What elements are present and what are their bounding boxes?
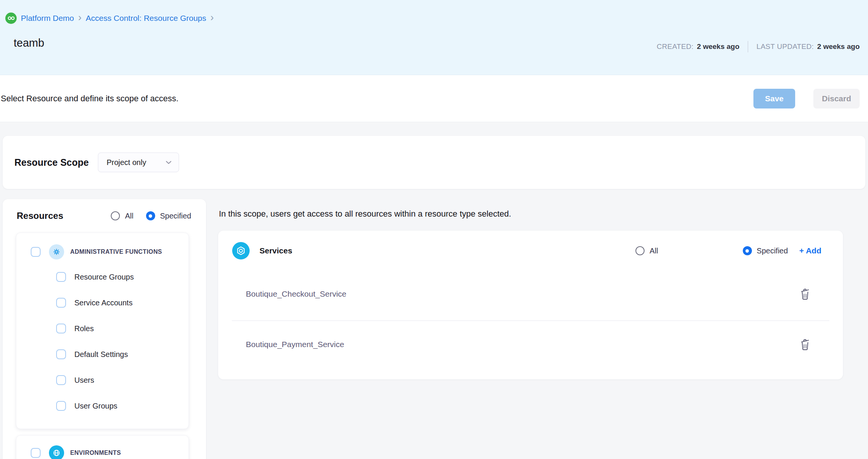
service-name: Boutique_Payment_Service [246,340,344,349]
save-button[interactable]: Save [753,89,795,108]
services-specified-label: Specified [757,247,788,255]
services-hex-nut-icon [232,242,250,259]
group-label: ADMINISTRATIVE FUNCTIONS [70,248,162,255]
services-card-header: Services All Specified + Add [218,231,843,259]
gear-icon [49,244,64,259]
globe-icon [49,445,64,459]
add-service-button[interactable]: + Add [799,246,821,255]
checkbox-default-settings[interactable] [56,349,66,359]
meta-divider [748,41,748,52]
services-list: Boutique_Checkout_Service Boutique_Payme… [218,267,843,368]
checkbox-roles[interactable] [56,324,66,333]
resource-item-users: Users [16,367,189,393]
service-row-boutique-payment: Boutique_Payment_Service [218,321,843,368]
last-updated-label: LAST UPDATED: [756,42,814,51]
last-updated-value: 2 weeks ago [817,42,860,51]
resources-panel: Resources All Specified ADMINISTRATIV [3,199,206,459]
resource-scope-dropdown[interactable]: Project only [98,152,179,172]
breadcrumb-separator-icon: › [211,13,214,23]
page-header: Platform Demo › Access Control: Resource… [0,0,868,75]
resource-scope-label: Resource Scope [14,157,89,168]
services-all-radio[interactable]: All [635,246,658,255]
resources-specified-radio[interactable]: Specified [146,211,191,220]
radio-off-icon [111,211,120,220]
action-toolbar: Select Resource and define its scope of … [0,75,868,122]
resource-item-label: Default Settings [74,350,128,359]
checkbox-administrative-functions[interactable] [31,247,41,257]
checkbox-service-accounts[interactable] [56,298,66,308]
resource-scope-card: Resource Scope Project only [3,136,865,189]
breadcrumb-item-resource-groups[interactable]: Access Control: Resource Groups [86,14,206,23]
breadcrumb-separator-icon: › [78,13,82,23]
scope-note: In this scope, users get access to all r… [219,209,511,219]
resource-item-label: Roles [74,324,94,333]
resource-item-label: Service Accounts [74,299,132,307]
checkbox-environments[interactable] [31,448,41,458]
service-name: Boutique_Checkout_Service [246,289,346,299]
services-title: Services [259,246,292,255]
checkbox-users[interactable] [56,375,66,385]
created-meta: CREATED: 2 weeks ago [657,42,739,51]
resource-group-administrative-functions: ADMINISTRATIVE FUNCTIONS Resource Groups… [16,233,189,429]
discard-button[interactable]: Discard [813,89,860,108]
resource-item-service-accounts: Service Accounts [16,290,189,316]
resource-item-default-settings: Default Settings [16,341,189,367]
service-row-boutique-checkout: Boutique_Checkout_Service [218,267,843,321]
platform-infinity-icon [5,13,17,24]
group-label: ENVIRONMENTS [70,450,121,456]
toolbar-description: Select Resource and define its scope of … [1,94,178,104]
resource-item-roles: Roles [16,316,189,341]
page-title: teamb [14,37,44,49]
resource-group-environments: ENVIRONMENTS [16,435,189,459]
resource-item-user-groups: User Groups [16,393,189,419]
resources-specified-label: Specified [160,212,191,220]
chevron-down-icon [166,161,171,164]
group-row-administrative-functions: ADMINISTRATIVE FUNCTIONS [16,240,189,264]
resource-item-label: User Groups [74,402,117,410]
checkbox-resource-groups[interactable] [56,272,66,282]
resources-all-radio[interactable]: All [111,211,133,220]
header-meta: CREATED: 2 weeks ago LAST UPDATED: 2 wee… [657,41,860,52]
group-row-environments: ENVIRONMENTS [16,441,189,459]
breadcrumb: Platform Demo › Access Control: Resource… [5,13,214,24]
resources-panel-header: Resources All Specified [3,199,206,233]
services-specified-radio[interactable]: Specified [743,246,788,255]
checkbox-user-groups[interactable] [56,401,66,411]
resources-all-label: All [125,212,133,220]
delete-service-button[interactable] [799,288,811,300]
resource-scope-dropdown-value: Project only [107,158,146,167]
created-value: 2 weeks ago [697,42,739,51]
resource-item-label: Users [74,376,94,385]
radio-on-icon [146,211,155,220]
last-updated-meta: LAST UPDATED: 2 weeks ago [756,42,860,51]
resource-item-label: Resource Groups [74,273,134,281]
services-card: Services All Specified + Add Boutique_Ch… [218,231,843,379]
delete-service-button[interactable] [799,338,811,351]
services-all-label: All [649,247,658,255]
created-label: CREATED: [657,42,693,51]
radio-off-icon [635,246,645,255]
breadcrumb-item-platform-demo[interactable]: Platform Demo [21,14,74,23]
resource-item-resource-groups: Resource Groups [16,264,189,290]
radio-on-icon [743,246,752,255]
resources-title: Resources [17,211,63,221]
